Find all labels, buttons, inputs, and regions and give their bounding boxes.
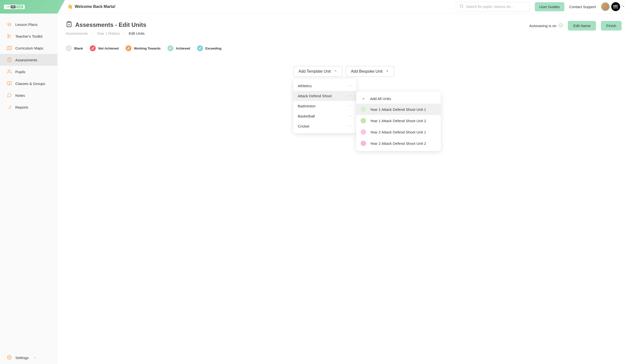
svg-rect-16 [68, 21, 70, 22]
search-input[interactable] [466, 5, 526, 9]
legend-item-not-achieved: Not Achieved [90, 45, 119, 51]
settings-label: Settings [15, 356, 28, 360]
svg-point-14 [460, 5, 463, 7]
add-bespoke-unit-button[interactable]: Add Bespoke Unit [346, 66, 394, 77]
check-circle-icon [558, 23, 563, 28]
legend-item-achieved: Achieved [168, 45, 190, 51]
finish-button[interactable]: Finish [601, 21, 622, 30]
chevron-right-icon [349, 104, 352, 108]
submenu-label: Add All Units [370, 97, 391, 101]
search-box[interactable] [456, 2, 530, 11]
user-guides-button[interactable]: User Guides [535, 2, 564, 11]
legend-item-exceeding: Exceeding [197, 45, 222, 51]
chevron-right-icon [349, 114, 352, 118]
legend-label: Achieved [176, 46, 190, 50]
sidebar-item-notes[interactable]: Notes [0, 89, 58, 101]
menu-item-badminton[interactable]: Badminton [293, 101, 356, 111]
menu-item-label: Badminton [298, 104, 316, 108]
legend-label: Exceeding [206, 46, 222, 50]
autosave-status: Autosaving is on [529, 23, 563, 28]
sidebar-item-teachers-toolkit[interactable]: Teacher's Toolkit [0, 30, 58, 42]
page-title: Assessments - Edit Units [66, 21, 146, 29]
sidebar-item-assessments[interactable]: Assessments [0, 54, 58, 66]
svg-point-13 [9, 357, 10, 358]
menu-item-basketball[interactable]: Basketball [293, 111, 356, 121]
sidebar-item-lesson-plans[interactable]: Lesson Plans [0, 18, 58, 30]
legend-item-blank: Blank [66, 45, 83, 51]
scissors-icon [7, 34, 12, 39]
submenu-label: Year 1 Attack Defend Shoot Unit 1 [370, 107, 426, 112]
plus-icon [361, 97, 366, 100]
svg-point-9 [8, 70, 10, 72]
chevron-right-icon [349, 94, 352, 98]
legend-dot-icon [168, 45, 174, 51]
menu-item-cricket[interactable]: Cricket [293, 121, 356, 131]
chevron-right-icon [123, 31, 126, 35]
user-avatar [601, 2, 610, 11]
breadcrumb-item[interactable]: Year 1 Robins [97, 31, 120, 35]
edit-name-button[interactable]: Edit Name [568, 21, 596, 30]
legend-label: Working Towards [134, 46, 160, 50]
color-dot-icon [361, 118, 366, 123]
legend: Blank Not Achieved Working Towards Achie… [66, 45, 622, 51]
menu-item-athletics[interactable]: Athletics [293, 81, 356, 91]
main-content: 👋 Welcome Back Marta! User Guides Contac… [58, 0, 630, 364]
button-label: Add Bespoke Unit [351, 69, 382, 74]
map-icon [7, 45, 12, 50]
submenu-item-year2-unit1[interactable]: Year 2 Attack Defend Shoot Unit 1 [356, 126, 441, 138]
submenu-item-year2-unit2[interactable]: Year 2 Attack Defend Shoot Unit 2 [356, 138, 441, 149]
logo-area: THEPEHUB [0, 0, 58, 13]
welcome-message: 👋 Welcome Back Marta! [67, 4, 116, 9]
sidebar: THEPEHUB Lesson Plans Teacher's Toolkit … [0, 0, 58, 364]
graduation-cap-icon [7, 22, 12, 27]
legend-item-working-towards: Working Towards [126, 45, 160, 51]
gear-icon [7, 355, 12, 361]
sidebar-item-pupils[interactable]: Pupils [0, 66, 58, 78]
template-unit-menu: Athletics Attack Defend Shoot Badminton [293, 79, 356, 133]
sidebar-nav: Lesson Plans Teacher's Toolkit Curriculu… [0, 13, 58, 352]
submenu-label: Year 1 Attack Defend Shoot Unit 2 [370, 119, 426, 123]
color-dot-icon [361, 107, 366, 112]
topbar: 👋 Welcome Back Marta! User Guides Contac… [58, 0, 630, 13]
legend-dot-icon [90, 45, 96, 51]
sidebar-settings[interactable]: Settings [0, 352, 58, 364]
submenu-item-year1-unit2[interactable]: Year 1 Attack Defend Shoot Unit 2 [356, 115, 441, 126]
welcome-text: Welcome Back Marta! [75, 4, 116, 9]
svg-line-15 [462, 7, 463, 8]
add-template-unit-button[interactable]: Add Template Unit [293, 66, 342, 77]
svg-point-0 [8, 34, 9, 36]
chevron-right-icon [349, 124, 352, 128]
clipboard-check-icon [7, 57, 12, 62]
menu-item-label: Cricket [298, 124, 309, 128]
logo: THEPEHUB [4, 5, 25, 9]
template-unit-submenu: Add All Units Year 1 Attack Defend Shoot… [356, 92, 441, 151]
profile-menu[interactable]: ABC SCHOOL [601, 2, 625, 11]
sidebar-item-reports[interactable]: Reports [0, 101, 58, 113]
contact-support-link[interactable]: Contact Support [569, 5, 596, 9]
message-icon [7, 93, 12, 98]
menu-item-attack-defend-shoot[interactable]: Attack Defend Shoot [293, 91, 356, 101]
svg-line-4 [9, 35, 9, 36]
svg-rect-8 [9, 58, 10, 59]
search-icon [460, 4, 464, 9]
legend-dot-icon [197, 45, 203, 51]
chevron-up-icon [34, 356, 36, 360]
submenu-item-year1-unit1[interactable]: Year 1 Attack Defend Shoot Unit 1 [356, 104, 441, 115]
legend-label: Not Achieved [98, 46, 119, 50]
sidebar-item-label: Teacher's Toolkit [15, 34, 42, 38]
chevron-right-icon [349, 84, 352, 88]
autosave-text: Autosaving is on [529, 24, 556, 28]
breadcrumb-item[interactable]: Assessments [66, 31, 88, 35]
sidebar-item-label: Pupils [15, 70, 26, 74]
sidebar-item-classes-groups[interactable]: Classes & Groups [0, 78, 58, 89]
legend-dot-icon [126, 45, 132, 51]
menu-item-label: Basketball [298, 114, 315, 118]
wave-icon: 👋 [67, 4, 73, 9]
sidebar-item-curriculum-maps[interactable]: Curriculum Maps [0, 42, 58, 54]
submenu-add-all-units[interactable]: Add All Units [356, 94, 441, 104]
breadcrumb: Assessments Year 1 Robins Edit Units [66, 31, 146, 35]
sidebar-item-label: Assessments [15, 58, 37, 62]
plus-icon [386, 69, 389, 74]
menu-item-label: Athletics [298, 84, 312, 88]
menu-item-label: Attack Defend Shoot [298, 94, 332, 98]
